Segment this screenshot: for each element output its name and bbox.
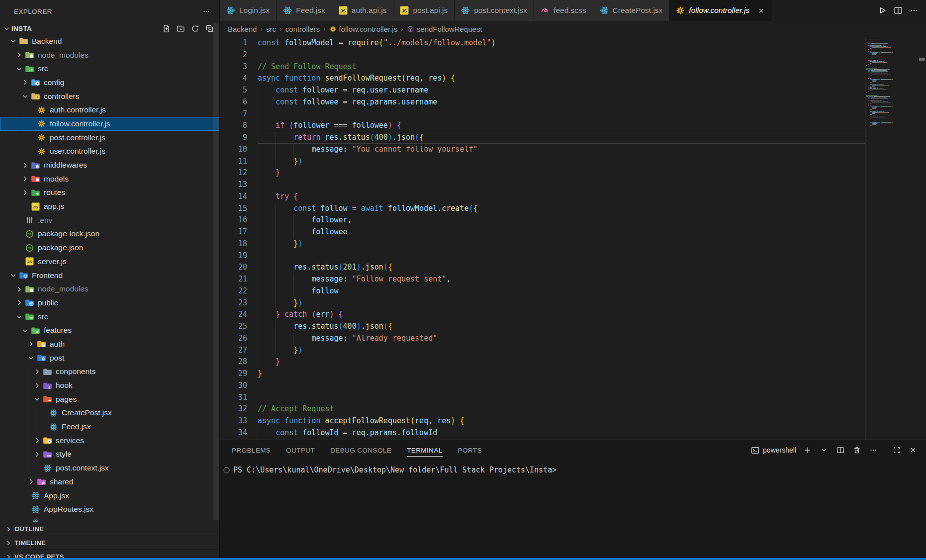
chevron-right-icon[interactable] [21, 78, 29, 87]
chevron-down-icon[interactable] [9, 37, 17, 45]
section-timeline[interactable]: TIMELINE [0, 536, 219, 550]
chevron-down-icon[interactable] [15, 65, 23, 73]
tree-item-approutes-jsx[interactable]: AppRoutes.jsx [0, 502, 219, 516]
tree-item-post-context-jsx[interactable]: post.context.jsx [0, 461, 219, 475]
tree-item-clipped[interactable] [0, 516, 219, 522]
more-actions-icon[interactable] [868, 445, 878, 455]
chevron-right-icon[interactable] [15, 285, 23, 293]
chevron-down-icon[interactable] [21, 326, 29, 335]
tree-item-feed-jsx[interactable]: Feed.jsx [0, 420, 219, 434]
chevron-right-icon[interactable] [21, 161, 29, 170]
chevron-right-icon[interactable] [27, 477, 35, 486]
tab-post-context-jsx[interactable]: post.context.jsx [455, 0, 534, 21]
minimap[interactable] [865, 37, 918, 440]
run-icon[interactable] [877, 5, 887, 15]
launch-profile-dropdown-icon[interactable] [819, 445, 829, 455]
split-terminal-icon[interactable] [835, 445, 845, 455]
maximize-panel-icon[interactable] [892, 445, 902, 455]
sidebar-scrollbar[interactable] [213, 23, 219, 520]
tree-item-user-controller-js[interactable]: user.controller.js [0, 145, 219, 159]
terminal[interactable]: PS C:\Users\kunal\OneDrive\Desktop\New f… [220, 460, 926, 475]
tab-createpost-jsx[interactable]: CreatePost.jsx [593, 0, 670, 21]
tree-item-models[interactable]: models [0, 172, 219, 186]
tree-item-hook[interactable]: Jhook [0, 378, 219, 392]
editor-scrollbar[interactable] [918, 37, 926, 440]
chevron-right-icon[interactable] [21, 175, 29, 183]
tree-item-post-controller-js[interactable]: post.controller.js [0, 131, 219, 145]
chevron-right-icon[interactable] [33, 368, 41, 376]
kill-terminal-icon[interactable] [852, 445, 862, 455]
panel-tab-output[interactable]: OUTPUT [286, 440, 315, 460]
new-terminal-icon[interactable] [803, 445, 813, 455]
tree-item-features[interactable]: features [0, 323, 219, 337]
split-editor-icon[interactable] [893, 5, 903, 15]
tree-item-createpost-jsx[interactable]: CreatePost.jsx [0, 406, 219, 420]
tree-item-app-jsx[interactable]: App.jsx [0, 489, 219, 503]
shell-selector[interactable]: powershell [751, 446, 796, 455]
close-panel-icon[interactable] [908, 445, 918, 455]
new-folder-icon[interactable] [176, 24, 185, 34]
tab-login-jsx[interactable]: Login.jsx [220, 0, 277, 21]
tab-auth-api-js[interactable]: JSauth.api.js [332, 0, 394, 21]
tree-item-config[interactable]: config [0, 76, 219, 90]
close-icon[interactable] [757, 7, 765, 14]
breadcrumb-item-controllers[interactable]: controllers [285, 25, 320, 33]
tree-item-pages[interactable]: pages [0, 392, 219, 406]
chevron-right-icon[interactable] [15, 298, 23, 307]
panel-tab-terminal[interactable]: TERMINAL [407, 440, 442, 460]
chevron-down-icon[interactable] [15, 312, 23, 321]
tree-item--env[interactable]: .env [0, 213, 219, 227]
chevron-right-icon[interactable] [33, 381, 41, 390]
tab-follow-controller-js[interactable]: follow.controller.js [669, 0, 772, 21]
tree-item-controllers[interactable]: controllers [0, 90, 219, 103]
tree-item-conponents[interactable]: conponents [0, 365, 219, 379]
section-outline[interactable]: OUTLINE [0, 522, 219, 536]
tab-feed-jsx[interactable]: Feed.jsx [277, 0, 332, 21]
tree-item-style[interactable]: cssstyle [0, 448, 219, 462]
tree-item-services[interactable]: services [0, 434, 219, 448]
panel-tab-problems[interactable]: PROBLEMS [232, 440, 271, 460]
breadcrumb-item-backend[interactable]: Backend [228, 25, 257, 33]
tree-item-node-modules[interactable]: node_modules [0, 48, 219, 62]
breadcrumb-item-sendfollowrequest[interactable]: sendFollowRequest [407, 25, 482, 33]
chevron-down-icon[interactable] [33, 395, 41, 403]
panel-tab-ports[interactable]: PORTS [458, 440, 482, 460]
breadcrumb-item-follow-controller-js[interactable]: follow.controller.js [329, 25, 398, 33]
tree-item-package-lock-json[interactable]: JSpackage-lock.json [0, 227, 219, 241]
chevron-down-icon[interactable] [21, 92, 29, 100]
tree-item-follow-controller-js[interactable]: follow.controller.js [0, 117, 219, 131]
explorer-more-icon[interactable] [201, 6, 211, 16]
chevron-down-icon[interactable] [27, 354, 35, 362]
tree-item-post[interactable]: post [0, 351, 219, 365]
tree-item-src[interactable]: </>src [0, 310, 219, 324]
panel-tab-debug-console[interactable]: DEBUG CONSOLE [330, 440, 391, 460]
tree-item-app-js[interactable]: JSapp.js [0, 199, 219, 213]
chevron-right-icon[interactable] [21, 188, 29, 197]
tree-item-src[interactable]: </>src [0, 62, 219, 76]
tree-item-auth[interactable]: auth [0, 337, 219, 351]
new-file-icon[interactable] [161, 24, 171, 34]
explorer-section-header[interactable]: INSTA [0, 23, 219, 34]
tree-item-node-modules[interactable]: node_modules [0, 282, 219, 296]
tab-feed-scss[interactable]: feed.scss [534, 0, 593, 21]
breadcrumb-item-src[interactable]: src [266, 25, 276, 33]
chevron-right-icon[interactable] [33, 436, 41, 445]
tree-item-public[interactable]: public [0, 296, 219, 310]
chevron-right-icon[interactable] [33, 450, 41, 459]
tree-item-shared[interactable]: shared [0, 475, 219, 489]
tree-item-frontend[interactable]: Frontend [0, 269, 219, 282]
tree-item-middlewares[interactable]: middlewares [0, 158, 219, 172]
tree-item-server-js[interactable]: JSserver.js [0, 255, 219, 269]
tree-item-backend[interactable]: Backend [0, 34, 219, 48]
tree-item-package-json[interactable]: JSpackage.json [0, 241, 219, 255]
code-editor[interactable]: 1const followModel = require("../models/… [220, 37, 926, 440]
more-actions-icon[interactable] [909, 5, 919, 15]
chevron-right-icon[interactable] [27, 340, 35, 348]
chevron-down-icon[interactable] [9, 271, 17, 280]
tree-item-auth-controller-js[interactable]: auth.controller.js [0, 103, 219, 117]
tab-post-api-js[interactable]: JSpost.api.js [393, 0, 455, 21]
refresh-icon[interactable] [190, 24, 200, 34]
collapse-all-icon[interactable] [204, 24, 214, 34]
tree-item-routes[interactable]: routes [0, 186, 219, 200]
chevron-right-icon[interactable] [15, 51, 23, 59]
